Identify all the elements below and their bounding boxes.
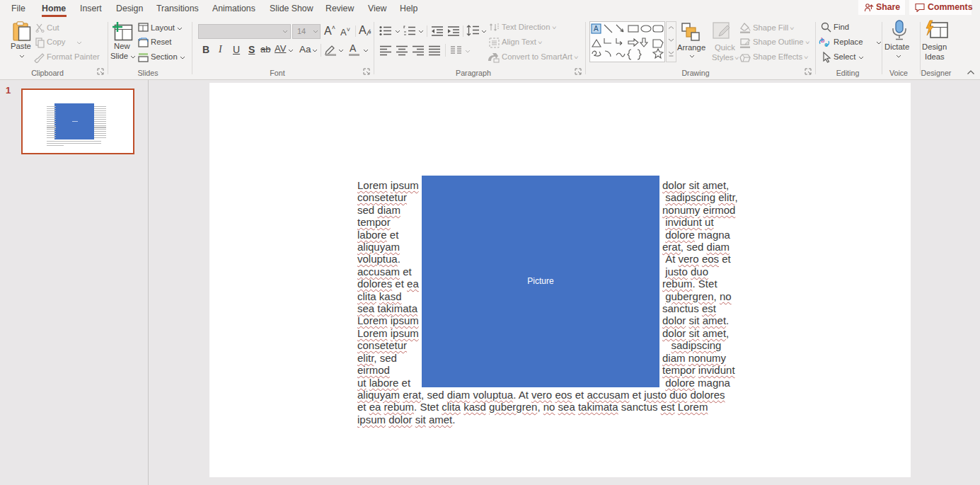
svg-text:A: A [594,25,599,33]
